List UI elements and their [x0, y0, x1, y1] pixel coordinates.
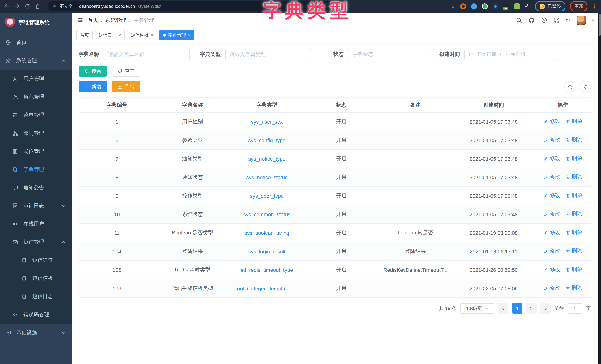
github-icon[interactable]: [528, 17, 535, 23]
sidebar-item-sms-log[interactable]: 短信日志: [0, 287, 72, 305]
chevron-down-icon[interactable]: ▾: [592, 18, 594, 22]
search-icon[interactable]: [516, 17, 522, 23]
tab-sms-log[interactable]: 短信日志 ×: [95, 30, 125, 40]
sidebar-item-infra[interactable]: 基础设施: [0, 324, 72, 342]
delete-link[interactable]: 删除: [565, 285, 582, 292]
sidebar-collapse-icon[interactable]: [77, 17, 83, 23]
extension-icon[interactable]: [471, 3, 477, 9]
edit-link[interactable]: 修改: [544, 155, 560, 162]
bookmark-star-icon[interactable]: ☆: [451, 3, 455, 10]
goto-page-input[interactable]: [568, 303, 582, 314]
sidebar-item-notice[interactable]: 通知公告: [0, 179, 72, 197]
sidebar-item-posts[interactable]: 岗位管理: [0, 142, 72, 160]
delete-link[interactable]: 删除: [565, 155, 582, 162]
sidebar-item-sms-template[interactable]: 短信模板: [0, 269, 72, 287]
delete-link[interactable]: 删除: [565, 192, 582, 199]
date-range-picker[interactable]: 开始日期 ~ 结束日期: [464, 49, 558, 60]
browser-back-icon[interactable]: [4, 3, 10, 9]
help-icon[interactable]: [541, 17, 547, 23]
extension-icon[interactable]: ◆: [492, 3, 498, 9]
prev-page-button[interactable]: [498, 303, 508, 314]
trash-icon: [565, 119, 570, 124]
fullscreen-icon[interactable]: [554, 17, 560, 23]
delete-link[interactable]: 删除: [565, 118, 582, 125]
extension-icon[interactable]: [514, 3, 520, 9]
browser-reload-icon[interactable]: [24, 3, 30, 9]
sidebar-item-sms-channel[interactable]: 短信渠道: [0, 251, 72, 269]
delete-link[interactable]: 删除: [565, 137, 582, 143]
edit-link[interactable]: 修改: [544, 174, 560, 181]
edit-link[interactable]: 修改: [544, 192, 560, 199]
chevron-right-icon: [543, 306, 548, 311]
tab-home[interactable]: 首页: [76, 30, 93, 40]
close-icon[interactable]: ×: [119, 33, 121, 38]
sidebar-item-departments[interactable]: 部门管理: [0, 124, 72, 142]
page-button-1[interactable]: 1: [512, 303, 522, 314]
extension-icon[interactable]: [460, 3, 466, 9]
tab-dict-active[interactable]: 字典管理 ×: [159, 30, 194, 40]
scrollbar[interactable]: [598, 13, 601, 364]
scrollbar-thumb[interactable]: [599, 14, 601, 36]
dict-type-link[interactable]: sys_notice_status: [246, 174, 288, 180]
extension-icon[interactable]: on: [503, 4, 509, 9]
edit-link[interactable]: 修改: [544, 137, 560, 143]
sidebar-item-dict[interactable]: 字典管理: [0, 160, 72, 179]
sidebar-item-users[interactable]: 用户管理: [0, 70, 72, 88]
profile-paused-pill[interactable]: ☺ 已暂停: [535, 1, 565, 11]
delete-link[interactable]: 删除: [565, 229, 582, 236]
browser-home-icon[interactable]: [35, 3, 41, 9]
font-size-icon[interactable]: tT: [566, 17, 570, 23]
avatar[interactable]: [577, 16, 586, 25]
dict-type-link[interactable]: sys_config_type: [248, 137, 286, 143]
tab-sms-template[interactable]: 短信模板 ×: [127, 30, 157, 40]
dict-type-link[interactable]: sys_notice_type: [248, 156, 286, 162]
breadcrumb-home[interactable]: 首页: [88, 17, 98, 23]
search-button[interactable]: 搜索: [79, 66, 107, 77]
browser-menu-icon[interactable]: ⋮: [592, 3, 597, 9]
sidebar-item-system[interactable]: 系统管理: [0, 51, 72, 70]
breadcrumb-system[interactable]: 系统管理: [106, 17, 126, 23]
dict-name-input[interactable]: [104, 49, 190, 60]
dict-type-link[interactable]: sys_user_sex: [251, 119, 283, 125]
sidebar-item-menus[interactable]: 菜单管理: [0, 106, 72, 124]
close-icon[interactable]: ×: [151, 33, 153, 38]
page-button-2[interactable]: 2: [526, 303, 537, 314]
extensions-puzzle-icon[interactable]: [525, 3, 530, 9]
dict-type-link[interactable]: sys_common_status: [243, 211, 290, 217]
dict-type-link[interactable]: inf_redis_timeout_type: [241, 267, 293, 273]
delete-link[interactable]: 删除: [565, 266, 582, 273]
sidebar-item-error-code[interactable]: 错误码管理: [0, 305, 72, 324]
extension-icon[interactable]: [482, 3, 488, 9]
edit-link[interactable]: 修改: [544, 266, 560, 273]
delete-link[interactable]: 删除: [565, 248, 582, 254]
sidebar-item-home[interactable]: 首页: [0, 33, 72, 51]
close-icon[interactable]: ×: [188, 33, 191, 38]
edit-link[interactable]: 修改: [544, 211, 560, 218]
dict-type-input[interactable]: [225, 49, 311, 60]
export-button[interactable]: 导出: [112, 81, 140, 92]
status-select[interactable]: 字典状态: [348, 49, 434, 60]
delete-link[interactable]: 删除: [565, 211, 582, 218]
dict-type-link[interactable]: tool_codegen_template_t...: [236, 285, 298, 291]
delete-link[interactable]: 删除: [565, 174, 582, 181]
browser-update-button[interactable]: 更新: [570, 1, 587, 11]
dict-type-link[interactable]: sys_boolean_string: [245, 230, 289, 236]
sidebar-item-sms[interactable]: 短信管理: [0, 233, 72, 251]
edit-link[interactable]: 修改: [544, 229, 560, 236]
plus-icon: [84, 84, 89, 89]
hide-search-button[interactable]: [564, 81, 575, 92]
browser-forward-icon[interactable]: [14, 3, 20, 9]
dict-type-link[interactable]: sys_oper_type: [250, 193, 284, 199]
add-button[interactable]: 新增: [79, 81, 107, 92]
edit-link[interactable]: 修改: [544, 285, 560, 292]
edit-link[interactable]: 修改: [544, 118, 560, 125]
sidebar-item-roles[interactable]: 角色管理: [0, 88, 72, 106]
reset-button[interactable]: 重置: [112, 66, 140, 77]
page-size-select[interactable]: 10条/页: [460, 303, 494, 314]
next-page-button[interactable]: [540, 303, 551, 314]
dict-type-link[interactable]: sys_login_result: [248, 248, 286, 254]
edit-link[interactable]: 修改: [544, 248, 560, 254]
sidebar-item-online-users[interactable]: 在线用户: [0, 215, 72, 233]
sidebar-item-audit-log[interactable]: 审计日志: [0, 197, 72, 215]
refresh-table-button[interactable]: [580, 81, 591, 92]
